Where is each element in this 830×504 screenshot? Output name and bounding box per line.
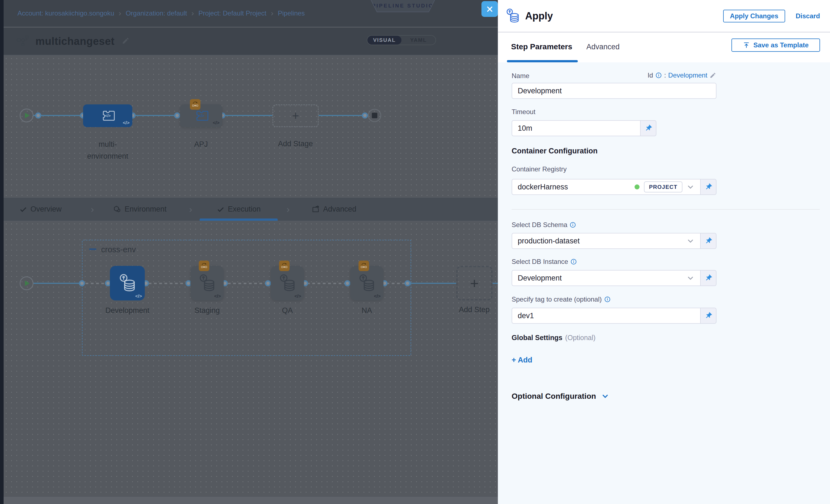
id-row: Id : Development [647, 71, 716, 79]
code-badge-icon: </> [374, 293, 381, 299]
step-label[interactable]: Development [105, 305, 150, 317]
svg-text:</>: </> [105, 114, 110, 118]
step-config-panel: Apply Apply Changes Discard Step Paramet… [498, 0, 830, 504]
play-icon [25, 113, 30, 118]
runtime-input-pin-button[interactable] [641, 120, 657, 136]
breadcrumb-organization[interactable]: Organization: default [126, 9, 187, 17]
db-instance-row: Development [512, 270, 716, 286]
chevron-down-icon[interactable] [686, 274, 695, 282]
discard-button[interactable]: Discard [796, 12, 820, 20]
stage-card-multi-environment[interactable]: </> </> [83, 104, 132, 127]
tab-step-advanced[interactable]: Advanced [586, 33, 619, 61]
breadcrumb-account[interactable]: Account: kurosakiichigo.songoku [18, 9, 114, 17]
step-label[interactable]: Staging [185, 305, 229, 317]
code-badge-icon: </> [214, 293, 221, 299]
global-settings-row: Global Settings (Optional) [512, 334, 596, 342]
db-instance-select[interactable]: Development [512, 270, 701, 286]
visual-yaml-toggle[interactable]: VISUAL YAML [367, 35, 436, 45]
check-icon [20, 206, 27, 213]
tab-advanced[interactable]: Advanced [312, 198, 356, 221]
optional-hint: (Optional) [565, 334, 596, 342]
step-label[interactable]: QA [265, 305, 310, 317]
canvas-scroll-strip[interactable] [4, 497, 498, 504]
scope-badge: PROJECT [644, 181, 682, 192]
name-input[interactable] [512, 83, 716, 99]
chevron-down-icon[interactable] [686, 183, 695, 191]
db-schema-row: production-dataset [512, 233, 716, 249]
execution-canvas[interactable]: cross-env </> Development [4, 221, 498, 504]
connector-port[interactable] [79, 280, 85, 286]
stage-canvas[interactable]: </> </> multi-environment </> </> APJ + [4, 56, 498, 197]
edit-id-icon[interactable] [709, 72, 716, 78]
pin-icon [705, 237, 712, 245]
pipeline-studio-badge: PIPELINE STUDIO [371, 0, 435, 12]
connector-port[interactable] [35, 113, 41, 119]
global-settings-label: Global Settings [512, 334, 562, 342]
play-icon [25, 281, 30, 286]
edit-pipeline-name-icon[interactable] [122, 37, 130, 46]
step-label[interactable]: NA [345, 305, 389, 317]
info-icon[interactable] [655, 72, 662, 78]
connector-line [132, 115, 180, 116]
info-icon[interactable] [604, 296, 611, 303]
tab-step-parameters[interactable]: Step Parameters [511, 33, 572, 61]
dashed-connector [307, 283, 346, 284]
runtime-input-pin-button[interactable] [701, 179, 716, 195]
step-card-development[interactable]: </> [110, 266, 145, 301]
optional-configuration-toggle[interactable]: Optional Configuration [512, 392, 609, 401]
connector-port[interactable] [362, 113, 368, 119]
connector-line [411, 283, 456, 284]
breadcrumb-pipelines[interactable]: Pipelines [278, 9, 305, 17]
connector-port[interactable] [174, 113, 180, 119]
add-step-label[interactable]: Add Step [452, 304, 497, 316]
tag-input[interactable] [512, 308, 701, 324]
step-group-label[interactable]: cross-env [101, 245, 136, 254]
tag-label: Specify tag to create (optional) [512, 295, 611, 303]
dashed-connector [386, 283, 407, 284]
add-stage-label[interactable]: Add Stage [273, 138, 318, 150]
connector-line [222, 115, 273, 116]
tab-overview[interactable]: Overview [20, 198, 62, 221]
collapse-group-icon[interactable] [89, 248, 96, 250]
tab-execution[interactable]: Execution [217, 198, 261, 221]
save-as-template-button[interactable]: Save as Template [731, 38, 820, 52]
tab-environment[interactable]: Environment [113, 198, 167, 221]
timeout-field-row [512, 120, 657, 136]
toggle-visual[interactable]: VISUAL [368, 36, 402, 44]
info-icon[interactable] [570, 222, 576, 228]
timeout-input[interactable] [512, 120, 641, 136]
execution-start-node [20, 276, 33, 290]
panel-title: Apply [525, 10, 553, 22]
panel-header: Apply Apply Changes Discard [498, 0, 830, 32]
container-registry-select[interactable]: dockerHarness PROJECT [512, 179, 701, 195]
runtime-input-pin-button[interactable] [701, 308, 716, 324]
breadcrumb-project[interactable]: Project: Default Project [198, 9, 266, 17]
add-stage-button[interactable]: + [273, 104, 319, 127]
breadcrumb-separator: › [191, 9, 194, 18]
connector-port[interactable] [265, 280, 271, 286]
code-badge-icon: </> [123, 120, 130, 126]
close-panel-button[interactable] [481, 1, 498, 17]
stage-label[interactable]: APJ [179, 138, 223, 150]
connector-port[interactable] [344, 280, 351, 286]
stage-card-apj[interactable]: </> </> [180, 104, 222, 127]
runtime-input-pin-button[interactable] [701, 233, 716, 249]
template-badge-icon [279, 260, 290, 271]
add-step-button[interactable]: + [456, 266, 492, 301]
add-global-setting-button[interactable]: + Add [512, 356, 532, 365]
info-icon[interactable] [570, 258, 577, 265]
apply-changes-button[interactable]: Apply Changes [723, 10, 785, 23]
id-value: Development [668, 71, 707, 79]
connector-port[interactable] [405, 280, 411, 286]
connector-line [492, 283, 498, 284]
pipeline-studio-region: Account: kurosakiichigo.songoku › Organi… [0, 0, 498, 504]
tag-row [512, 308, 716, 324]
toggle-yaml[interactable]: YAML [402, 36, 436, 44]
stage-label[interactable]: multi-environment [86, 138, 130, 162]
db-schema-select[interactable]: production-dataset [512, 233, 701, 249]
runtime-input-pin-button[interactable] [701, 270, 716, 286]
breadcrumb-separator: › [271, 9, 273, 18]
tab-chevron-icon: › [287, 198, 290, 221]
chevron-down-icon[interactable] [686, 237, 695, 245]
active-tab-indicator [507, 60, 578, 62]
